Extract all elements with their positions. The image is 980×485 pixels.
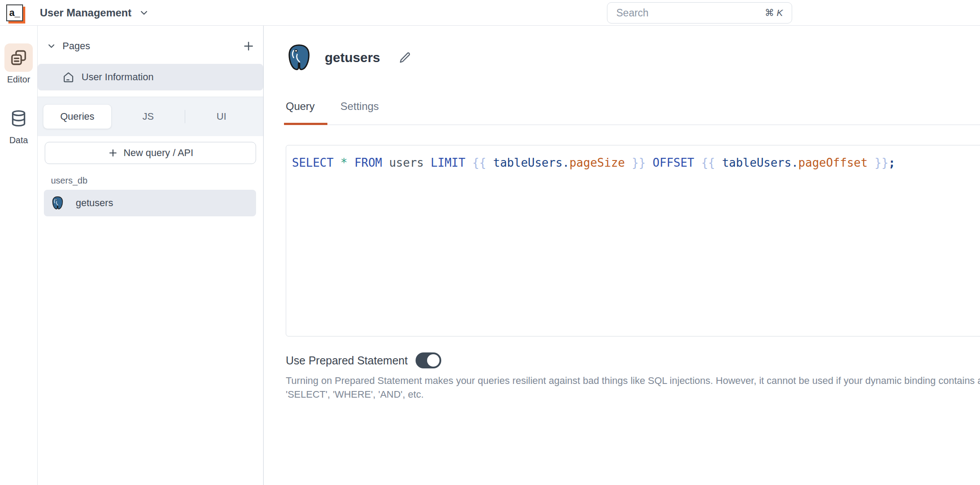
rail-item-data[interactable]: Data: [4, 104, 33, 145]
query-item-label: getusers: [76, 197, 113, 209]
tab-js-label: JS: [142, 111, 154, 122]
new-query-button[interactable]: New query / API: [45, 142, 256, 164]
search-shortcut: ⌘ K: [765, 8, 783, 18]
tab-settings-label: Settings: [340, 100, 379, 112]
sql-code-line: SELECT * FROM users LIMIT {{ tableUsers.…: [292, 156, 980, 169]
postgresql-icon: [51, 196, 64, 210]
rail-item-editor[interactable]: Editor: [4, 43, 33, 85]
query-title: getusers: [325, 50, 380, 65]
query-item-getusers[interactable]: getusers: [44, 190, 256, 216]
page-item-label: User Information: [82, 71, 154, 83]
add-page-button[interactable]: [243, 40, 254, 52]
left-rail: Editor Data: [0, 26, 38, 485]
new-query-label: New query / API: [124, 147, 194, 159]
pages-title: Pages: [62, 40, 90, 52]
tab-query-label: Query: [286, 100, 315, 112]
app-shell: Editor Data Pages: [0, 26, 980, 485]
chevron-down-icon[interactable]: [139, 8, 149, 18]
search-input[interactable]: Search ⌘ K: [607, 2, 792, 23]
database-icon: [4, 104, 33, 133]
sidebar-item-user-information[interactable]: User Information: [38, 64, 263, 90]
app-title[interactable]: User Management: [40, 7, 132, 19]
prepared-statement-label: Use Prepared Statement: [286, 354, 408, 367]
prepared-statement-description: Turning on Prepared Statement makes your…: [286, 374, 980, 401]
rail-label-editor: Editor: [7, 74, 30, 85]
tab-settings[interactable]: Settings: [340, 100, 379, 125]
top-bar: a_ User Management Search ⌘ K: [0, 0, 980, 26]
app-logo[interactable]: a_: [6, 4, 23, 21]
query-settings-tabs: Query Settings: [286, 100, 980, 125]
description-line-2: 'SELECT', 'WHERE', 'AND', etc.: [286, 387, 980, 401]
tab-ui[interactable]: UI: [185, 111, 258, 122]
editor-pages-icon: [4, 43, 33, 72]
app-logo-text: a_: [9, 7, 20, 19]
sidebar-panel: Pages User Information Queries JS: [38, 26, 264, 485]
rail-label-data: Data: [9, 135, 28, 145]
pages-header: Pages: [38, 39, 263, 53]
toggle-knob: [427, 354, 439, 367]
plus-icon: [108, 148, 118, 158]
tab-queries-label: Queries: [60, 111, 94, 122]
tab-query[interactable]: Query: [286, 100, 315, 125]
chevron-down-icon[interactable]: [47, 41, 56, 51]
search-placeholder: Search: [616, 7, 765, 19]
tabs-divider: [286, 125, 980, 125]
tab-queries[interactable]: Queries: [43, 104, 112, 129]
sql-editor[interactable]: SELECT * FROM users LIMIT {{ tableUsers.…: [286, 145, 980, 336]
prepared-statement-row: Use Prepared Statement: [286, 352, 980, 368]
tab-js[interactable]: JS: [112, 111, 185, 122]
prepared-statement-toggle[interactable]: [416, 352, 441, 368]
description-line-1: Turning on Prepared Statement makes your…: [286, 374, 980, 387]
query-header: getusers: [286, 43, 980, 72]
postgresql-icon: [286, 43, 312, 72]
tab-ui-label: UI: [217, 111, 226, 122]
main-pane: getusers Query Settings SELECT * FROM us…: [264, 26, 980, 485]
home-icon: [62, 71, 74, 83]
datasource-group-label: users_db: [51, 176, 263, 186]
entity-tabs: Queries JS UI: [38, 97, 263, 136]
edit-pencil-icon[interactable]: [399, 51, 411, 64]
